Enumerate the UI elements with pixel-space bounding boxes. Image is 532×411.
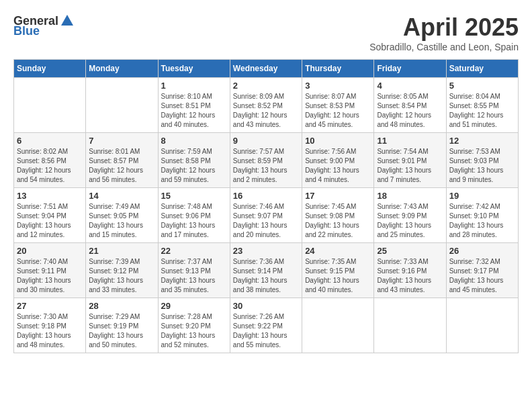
- logo-blue-text: Blue: [13, 24, 40, 38]
- day-number: 4: [377, 81, 443, 91]
- weekday-header-saturday: Saturday: [446, 60, 518, 78]
- day-info: Sunrise: 8:01 AM Sunset: 8:57 PM Dayligh…: [89, 147, 154, 185]
- day-info: Sunrise: 7:42 AM Sunset: 9:10 PM Dayligh…: [449, 202, 515, 240]
- day-number: 15: [161, 191, 227, 201]
- calendar-cell: [86, 78, 158, 133]
- day-number: 30: [233, 301, 299, 311]
- calendar-table: SundayMondayTuesdayWednesdayThursdayFrid…: [13, 59, 519, 353]
- day-number: 28: [89, 301, 154, 311]
- day-info: Sunrise: 7:33 AM Sunset: 9:16 PM Dayligh…: [377, 257, 443, 295]
- calendar-cell: 18Sunrise: 7:43 AM Sunset: 9:09 PM Dayli…: [374, 188, 446, 243]
- calendar-cell: 5Sunrise: 8:04 AM Sunset: 8:55 PM Daylig…: [446, 78, 518, 133]
- day-info: Sunrise: 7:49 AM Sunset: 9:05 PM Dayligh…: [89, 202, 154, 240]
- day-info: Sunrise: 7:39 AM Sunset: 9:12 PM Dayligh…: [89, 257, 154, 295]
- day-number: 1: [161, 81, 227, 91]
- calendar-cell: 7Sunrise: 8:01 AM Sunset: 8:57 PM Daylig…: [86, 133, 158, 188]
- page-header: General Blue April 2025 Sobradillo, Cast…: [13, 13, 519, 52]
- weekday-header-thursday: Thursday: [302, 60, 374, 78]
- weekday-header-friday: Friday: [374, 60, 446, 78]
- day-number: 10: [305, 136, 371, 146]
- calendar-cell: 15Sunrise: 7:48 AM Sunset: 9:06 PM Dayli…: [158, 188, 230, 243]
- calendar-cell: 27Sunrise: 7:30 AM Sunset: 9:18 PM Dayli…: [14, 298, 86, 353]
- day-number: 9: [233, 136, 299, 146]
- day-number: 11: [377, 136, 443, 146]
- weekday-header-monday: Monday: [86, 60, 158, 78]
- calendar-cell: 19Sunrise: 7:42 AM Sunset: 9:10 PM Dayli…: [446, 188, 518, 243]
- day-number: 24: [305, 246, 371, 256]
- calendar-cell: 4Sunrise: 8:05 AM Sunset: 8:54 PM Daylig…: [374, 78, 446, 133]
- calendar-cell: [302, 298, 374, 353]
- day-number: 18: [377, 191, 443, 201]
- day-info: Sunrise: 7:54 AM Sunset: 9:01 PM Dayligh…: [377, 147, 443, 185]
- day-number: 29: [161, 301, 227, 311]
- calendar-cell: [14, 78, 86, 133]
- calendar-cell: 16Sunrise: 7:46 AM Sunset: 9:07 PM Dayli…: [230, 188, 302, 243]
- calendar-cell: [374, 298, 446, 353]
- day-number: 5: [449, 81, 515, 91]
- calendar-cell: 26Sunrise: 7:32 AM Sunset: 9:17 PM Dayli…: [446, 243, 518, 298]
- day-number: 16: [233, 191, 299, 201]
- day-info: Sunrise: 7:48 AM Sunset: 9:06 PM Dayligh…: [161, 202, 227, 240]
- day-number: 22: [161, 246, 227, 256]
- day-info: Sunrise: 7:28 AM Sunset: 9:20 PM Dayligh…: [161, 312, 227, 350]
- day-info: Sunrise: 7:59 AM Sunset: 8:58 PM Dayligh…: [161, 147, 227, 185]
- day-number: 25: [377, 246, 443, 256]
- calendar-cell: 13Sunrise: 7:51 AM Sunset: 9:04 PM Dayli…: [14, 188, 86, 243]
- calendar-cell: [446, 298, 518, 353]
- weekday-header-sunday: Sunday: [14, 60, 86, 78]
- day-info: Sunrise: 8:07 AM Sunset: 8:53 PM Dayligh…: [305, 92, 371, 130]
- location-subtitle: Sobradillo, Castille and Leon, Spain: [369, 42, 519, 52]
- calendar-cell: 17Sunrise: 7:45 AM Sunset: 9:08 PM Dayli…: [302, 188, 374, 243]
- calendar-cell: 25Sunrise: 7:33 AM Sunset: 9:16 PM Dayli…: [374, 243, 446, 298]
- day-number: 12: [449, 136, 515, 146]
- calendar-cell: 14Sunrise: 7:49 AM Sunset: 9:05 PM Dayli…: [86, 188, 158, 243]
- calendar-cell: 23Sunrise: 7:36 AM Sunset: 9:14 PM Dayli…: [230, 243, 302, 298]
- day-info: Sunrise: 7:46 AM Sunset: 9:07 PM Dayligh…: [233, 202, 299, 240]
- calendar-cell: 28Sunrise: 7:29 AM Sunset: 9:19 PM Dayli…: [86, 298, 158, 353]
- day-number: 7: [89, 136, 154, 146]
- day-info: Sunrise: 7:53 AM Sunset: 9:03 PM Dayligh…: [449, 147, 515, 185]
- calendar-cell: 11Sunrise: 7:54 AM Sunset: 9:01 PM Dayli…: [374, 133, 446, 188]
- day-info: Sunrise: 8:04 AM Sunset: 8:55 PM Dayligh…: [449, 92, 515, 130]
- day-info: Sunrise: 8:02 AM Sunset: 8:56 PM Dayligh…: [17, 147, 83, 185]
- day-number: 26: [449, 246, 515, 256]
- weekday-header-wednesday: Wednesday: [230, 60, 302, 78]
- day-info: Sunrise: 7:57 AM Sunset: 8:59 PM Dayligh…: [233, 147, 299, 185]
- day-info: Sunrise: 8:09 AM Sunset: 8:52 PM Dayligh…: [233, 92, 299, 130]
- calendar-cell: 8Sunrise: 7:59 AM Sunset: 8:58 PM Daylig…: [158, 133, 230, 188]
- day-info: Sunrise: 8:05 AM Sunset: 8:54 PM Dayligh…: [377, 92, 443, 130]
- day-number: 14: [89, 191, 154, 201]
- calendar-cell: 29Sunrise: 7:28 AM Sunset: 9:20 PM Dayli…: [158, 298, 230, 353]
- calendar-cell: 30Sunrise: 7:26 AM Sunset: 9:22 PM Dayli…: [230, 298, 302, 353]
- logo: General Blue: [13, 13, 76, 38]
- day-info: Sunrise: 7:40 AM Sunset: 9:11 PM Dayligh…: [17, 257, 83, 295]
- day-number: 13: [17, 191, 83, 201]
- weekday-header-tuesday: Tuesday: [158, 60, 230, 78]
- day-number: 6: [17, 136, 83, 146]
- day-info: Sunrise: 7:51 AM Sunset: 9:04 PM Dayligh…: [17, 202, 83, 240]
- day-info: Sunrise: 7:45 AM Sunset: 9:08 PM Dayligh…: [305, 202, 371, 240]
- day-info: Sunrise: 7:26 AM Sunset: 9:22 PM Dayligh…: [233, 312, 299, 350]
- calendar-cell: 20Sunrise: 7:40 AM Sunset: 9:11 PM Dayli…: [14, 243, 86, 298]
- day-info: Sunrise: 8:10 AM Sunset: 8:51 PM Dayligh…: [161, 92, 227, 130]
- logo-icon: [60, 13, 75, 28]
- day-number: 3: [305, 81, 371, 91]
- day-number: 27: [17, 301, 83, 311]
- day-info: Sunrise: 7:43 AM Sunset: 9:09 PM Dayligh…: [377, 202, 443, 240]
- calendar-cell: 12Sunrise: 7:53 AM Sunset: 9:03 PM Dayli…: [446, 133, 518, 188]
- calendar-cell: 22Sunrise: 7:37 AM Sunset: 9:13 PM Dayli…: [158, 243, 230, 298]
- calendar-cell: 10Sunrise: 7:56 AM Sunset: 9:00 PM Dayli…: [302, 133, 374, 188]
- calendar-cell: 3Sunrise: 8:07 AM Sunset: 8:53 PM Daylig…: [302, 78, 374, 133]
- day-info: Sunrise: 7:29 AM Sunset: 9:19 PM Dayligh…: [89, 312, 154, 350]
- day-number: 2: [233, 81, 299, 91]
- day-info: Sunrise: 7:56 AM Sunset: 9:00 PM Dayligh…: [305, 147, 371, 185]
- calendar-cell: 24Sunrise: 7:35 AM Sunset: 9:15 PM Dayli…: [302, 243, 374, 298]
- day-info: Sunrise: 7:37 AM Sunset: 9:13 PM Dayligh…: [161, 257, 227, 295]
- day-number: 23: [233, 246, 299, 256]
- day-info: Sunrise: 7:30 AM Sunset: 9:18 PM Dayligh…: [17, 312, 83, 350]
- calendar-cell: 21Sunrise: 7:39 AM Sunset: 9:12 PM Dayli…: [86, 243, 158, 298]
- calendar-cell: 6Sunrise: 8:02 AM Sunset: 8:56 PM Daylig…: [14, 133, 86, 188]
- day-info: Sunrise: 7:36 AM Sunset: 9:14 PM Dayligh…: [233, 257, 299, 295]
- month-title: April 2025: [369, 13, 519, 42]
- day-info: Sunrise: 7:32 AM Sunset: 9:17 PM Dayligh…: [449, 257, 515, 295]
